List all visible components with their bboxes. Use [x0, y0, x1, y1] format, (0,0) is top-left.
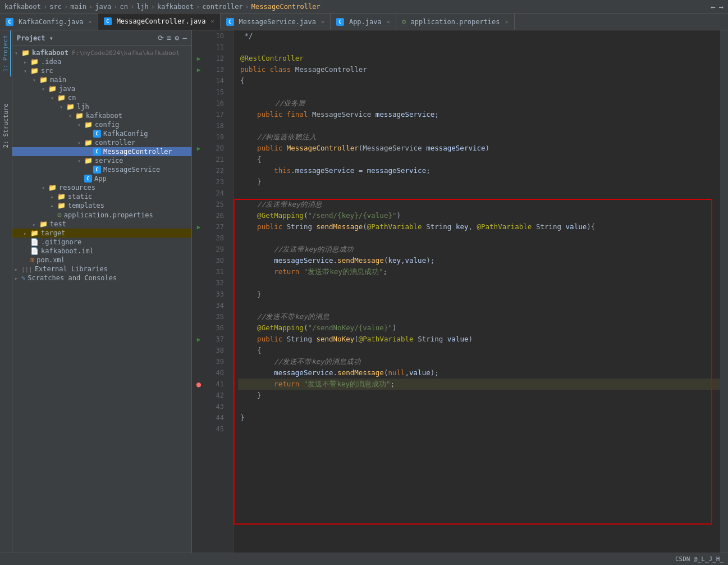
tree-item-pom[interactable]: ▸ m pom.xml [12, 256, 191, 265]
tree-item-idea[interactable]: ▸ 📁 .idea [12, 57, 191, 66]
code-line-22[interactable]: this.messageService = messageService; [238, 165, 720, 176]
code-line-30[interactable]: messageService.sendMessage(key,value); [238, 255, 720, 266]
tree-item-target[interactable]: ▸ 📁 target [12, 229, 191, 238]
code-line-24[interactable] [238, 188, 720, 199]
close-icon[interactable]: ✕ [211, 18, 214, 24]
back-icon[interactable]: ← [711, 2, 715, 11]
tree-item-kafkaboot-pkg[interactable]: ▾ 📁 kafkaboot [12, 111, 191, 120]
tree-item-java[interactable]: ▾ 📁 java [12, 84, 191, 93]
code-line-33[interactable]: } [238, 289, 720, 300]
code-line-35[interactable]: //发送不带key的消息 [238, 311, 720, 322]
code-line-31[interactable]: return "发送带key的消息成功"; [238, 266, 720, 277]
code-line-39[interactable]: //发送不带key的消息成功 [238, 356, 720, 367]
breadcrumb-part[interactable]: java [95, 3, 111, 11]
tab-kafka-config[interactable]: C KafkaConfig.java ✕ [0, 13, 98, 30]
breadcrumb-part[interactable]: kafkaboot [4, 3, 41, 11]
code-line-43[interactable] [238, 401, 720, 412]
tree-item-resources[interactable]: ▾ 📁 resources [12, 183, 191, 192]
close-icon[interactable]: ✕ [505, 19, 509, 25]
code-line-41[interactable]: return "发送不带key的消息成功"; [238, 379, 720, 390]
code-line-25[interactable]: //发送带key的消息 [238, 199, 720, 210]
tree-item-cn[interactable]: ▾ 📁 cn [12, 93, 191, 102]
code-line-14[interactable]: { [238, 75, 720, 86]
code-line-17[interactable]: public final MessageService messageServi… [238, 109, 720, 120]
minimize-icon[interactable]: — [182, 34, 187, 42]
code-line-34[interactable] [238, 300, 720, 311]
code-line-36[interactable]: @GetMapping("/sendNoKey/{value}") [238, 322, 720, 334]
close-icon[interactable]: ✕ [387, 19, 390, 25]
code-line-16[interactable]: //业务层 [238, 98, 720, 109]
error-icon[interactable]: ● [196, 380, 201, 389]
run-icon[interactable]: ▶ [197, 145, 201, 152]
close-icon[interactable]: ✕ [321, 19, 324, 25]
code-line-44[interactable]: } [238, 412, 720, 423]
code-line-10[interactable]: */ [238, 30, 720, 42]
code-line-18[interactable] [238, 120, 720, 131]
code-line-26[interactable]: @GetMapping("/send/{key}/{value}") [238, 210, 720, 221]
gutter-cell-27[interactable]: ▶ [192, 221, 205, 233]
tree-item-test[interactable]: ▸ 📁 test [12, 220, 191, 229]
forward-icon[interactable]: → [719, 2, 724, 11]
code-line-15[interactable] [238, 86, 720, 98]
code-line-29[interactable]: //发送带key的消息成功 [238, 244, 720, 255]
tree-item-config[interactable]: ▾ 📁 config [12, 120, 191, 129]
tab-message-controller[interactable]: C MessageController.java ✕ [98, 13, 221, 30]
tree-item-main[interactable]: ▾ 📁 main [12, 75, 191, 84]
run-icon[interactable]: ▶ [197, 224, 201, 231]
breadcrumb-part[interactable]: kafkaboot [157, 3, 194, 11]
collapse-icon[interactable]: ≡ [167, 34, 172, 42]
gutter-cell-37[interactable]: ▶ [192, 334, 205, 345]
code-line-11[interactable] [238, 42, 720, 53]
code-line-42[interactable]: } [238, 390, 720, 401]
gutter-cell-12[interactable]: ▶ [192, 53, 205, 64]
tree-item-messageservice[interactable]: ▸ C MessageService [12, 165, 191, 174]
gutter-cell-13[interactable]: ▶ [192, 64, 205, 75]
code-lines-panel[interactable]: */ @RestController public class MessageC… [233, 30, 720, 553]
tree-item-messagecontroller[interactable]: ▸ C MessageController [12, 147, 191, 156]
tree-item-iml[interactable]: ▸ 📄 kafkaboot.iml [12, 247, 191, 256]
tree-item-static[interactable]: ▸ 📁 static [12, 192, 191, 201]
code-line-28[interactable] [238, 233, 720, 244]
tree-item-gitignore[interactable]: ▸ 📄 .gitignore [12, 238, 191, 247]
breadcrumb-part[interactable]: main [70, 3, 86, 11]
code-line-38[interactable]: { [238, 345, 720, 356]
structure-tab-label[interactable]: 2: Structure [1, 99, 11, 152]
tree-item-appprops[interactable]: ▸ ⚙ application.properties [12, 210, 191, 220]
tab-app[interactable]: C App.java ✕ [331, 13, 396, 30]
tree-item-ljh[interactable]: ▾ 📁 ljh [12, 102, 191, 111]
tree-item-templates[interactable]: ▸ 📁 templates [12, 201, 191, 210]
code-line-37[interactable]: public String sendNoKey(@PathVariable St… [238, 334, 720, 345]
run-icon[interactable]: ▶ [197, 336, 201, 343]
code-line-12[interactable]: @RestController [238, 53, 720, 64]
run-icon[interactable]: ▶ [197, 55, 201, 62]
code-line-40[interactable]: messageService.sendMessage(null,value); [238, 367, 720, 379]
code-line-20[interactable]: public MessageController(MessageService … [238, 143, 720, 154]
tree-item-controller[interactable]: ▾ 📁 controller [12, 138, 191, 147]
breadcrumb-part[interactable]: cn [120, 3, 127, 11]
tab-application-properties[interactable]: ⚙ application.properties ✕ [396, 13, 515, 30]
code-line-19[interactable]: //构造器依赖注入 [238, 131, 720, 143]
project-tab-label[interactable]: 1: Project [1, 30, 11, 76]
tree-item-kafkaconfig[interactable]: ▸ C KafkaConfig [12, 129, 191, 138]
close-icon[interactable]: ✕ [89, 19, 92, 25]
code-line-27[interactable]: public String sendMessage(@PathVariable … [238, 221, 720, 233]
code-line-13[interactable]: public class MessageController [238, 64, 720, 75]
gutter-cell-20[interactable]: ▶ [192, 143, 205, 154]
tree-item-service[interactable]: ▾ 📁 service [12, 156, 191, 165]
gutter-cell-41[interactable]: ● [192, 379, 205, 390]
breadcrumb-part[interactable]: controller [202, 3, 242, 11]
code-line-45[interactable] [238, 423, 720, 435]
tree-item-root[interactable]: ▾ 📁 kafkaboot F:\myCode2024\kafka\kafkab… [12, 48, 191, 57]
code-line-21[interactable]: { [238, 154, 720, 165]
tree-item-ext-libs[interactable]: ▸ ||| External Libraries [12, 265, 191, 274]
run-icon[interactable]: ▶ [197, 66, 201, 74]
scroll-gutter[interactable] [720, 30, 728, 553]
breadcrumb-part[interactable]: src [49, 3, 62, 11]
tree-item-src[interactable]: ▾ 📁 src [12, 66, 191, 75]
tab-message-service[interactable]: C MessageService.java ✕ [221, 13, 331, 30]
tree-item-app[interactable]: ▸ C App [12, 174, 191, 183]
gear-icon[interactable]: ⚙ [175, 34, 179, 42]
sync-icon[interactable]: ⟳ [158, 34, 164, 42]
code-line-32[interactable] [238, 277, 720, 289]
breadcrumb-part[interactable]: ljh [136, 3, 149, 11]
